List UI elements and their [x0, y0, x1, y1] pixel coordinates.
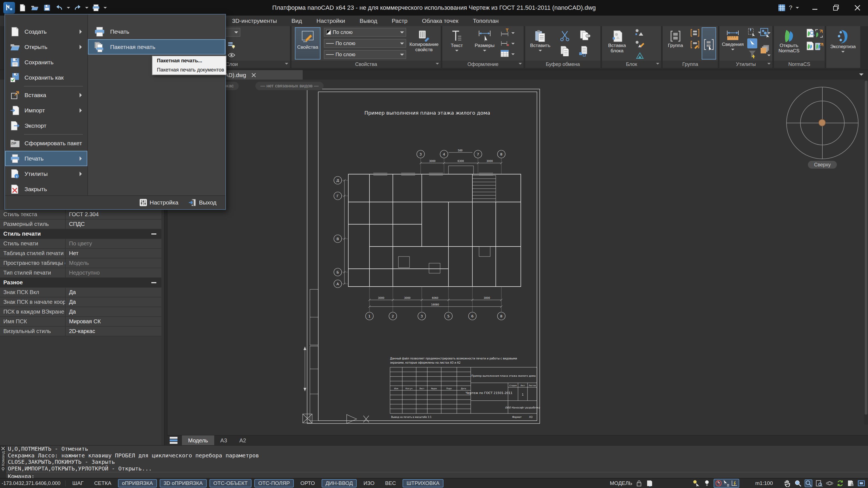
locator-center-dot[interactable] [818, 119, 826, 126]
submenu-item-batch-print[interactable]: Пакетная печать [88, 39, 225, 55]
select-cursor-icon[interactable] [747, 38, 757, 49]
property-value[interactable]: Мировая СК [66, 318, 161, 325]
quick-dim-caret-icon[interactable] [512, 32, 515, 36]
property-row[interactable]: Стиль печати По цвету [0, 239, 161, 249]
property-row[interactable]: Стиль текста ГОСТ 2.304 [0, 210, 161, 219]
measure-button[interactable]: Сведения [720, 27, 745, 60]
group-button[interactable]: Группа [664, 27, 687, 60]
dimension-style-icon[interactable] [500, 38, 509, 47]
property-value[interactable]: 2D-каркас [66, 328, 161, 334]
lamp-icon[interactable] [703, 479, 711, 487]
property-row[interactable]: Имя ПСК Мировая СК [0, 317, 161, 327]
property-row[interactable]: Визуальный стиль 2D-каркас [0, 327, 161, 336]
cut-scissors-icon[interactable] [559, 30, 571, 42]
property-value[interactable]: Недоступно [66, 270, 161, 276]
menu-item-open[interactable]: Открыть [5, 39, 87, 55]
lineweight-bylayer-dropdown[interactable]: По слою [324, 50, 406, 59]
dynamic-ucs-icon[interactable] [730, 479, 738, 487]
close-icon[interactable] [1, 447, 5, 450]
qat-customize-caret-icon[interactable] [103, 7, 107, 10]
restore-button[interactable] [826, 0, 847, 16]
canvas-vertical-scrollbar[interactable] [864, 80, 868, 425]
ucs-lock-icon[interactable] [635, 479, 643, 487]
open-normacs-button[interactable]: Открыть NormaCS [775, 27, 803, 60]
sheet-tab-model[interactable]: Модель [182, 435, 214, 446]
layer-eye-icon[interactable] [227, 51, 236, 60]
property-value[interactable]: По цвету [66, 240, 161, 247]
text-button[interactable]: Текст [444, 27, 469, 60]
pan-hand-icon[interactable] [783, 479, 791, 487]
group-edit-icon[interactable] [689, 39, 701, 50]
block-compass-icon[interactable] [634, 51, 645, 60]
property-value[interactable]: СПДС [66, 221, 161, 227]
property-row[interactable]: Размерный стиль СПДС [0, 219, 161, 229]
menu-item-etransmit[interactable]: ZIP Сформировать пакет [5, 135, 87, 151]
insert-block-button[interactable]: Вставка блока [604, 27, 630, 60]
property-row[interactable]: Разное [0, 278, 161, 288]
menu-item-close[interactable]: Закрыть [5, 181, 87, 197]
sheet-list-icon[interactable] [170, 437, 178, 444]
collapse-icon[interactable] [151, 282, 156, 283]
match-properties-button[interactable]: Копирование свойств [408, 27, 440, 60]
table-icon[interactable] [500, 49, 509, 58]
zoom-document-icon[interactable] [815, 479, 823, 487]
help-button[interactable]: ? [789, 4, 792, 11]
table-tools-icon[interactable] [778, 4, 786, 12]
new-document-button[interactable] [18, 3, 27, 12]
dimensions-button[interactable]: Размеры [471, 27, 498, 60]
submenu-item-print[interactable]: Печать [88, 24, 225, 39]
help-dropdown-caret-icon[interactable] [796, 7, 799, 10]
property-row[interactable]: Знак ПСК Вкл Да [0, 288, 161, 298]
status-toggle[interactable]: ОТС-ОБЪЕКТ [210, 479, 251, 487]
tab-list-caret-icon[interactable] [859, 73, 864, 78]
tab-close-icon[interactable] [252, 73, 256, 77]
linked-views-pill[interactable]: — нет связанных видов — [255, 82, 323, 90]
color-bylayer-dropdown[interactable]: По слою [324, 28, 406, 37]
pin-icon[interactable] [1, 467, 5, 471]
menu-item-print[interactable]: Печать [5, 151, 87, 166]
status-toggle[interactable]: ШТРИХОВКА [403, 479, 443, 487]
normacs-search-doc-icon[interactable] [805, 28, 815, 39]
open-document-button[interactable] [30, 3, 39, 12]
sheet-switch-icon[interactable] [646, 479, 653, 487]
menu-item-save-as[interactable]: Сохранить как [5, 70, 87, 85]
quick-dimension-icon[interactable] [500, 28, 509, 37]
sheet-lock-icon[interactable] [847, 479, 855, 487]
view-locator-wheel[interactable] [786, 87, 859, 159]
move-selection-icon[interactable] [747, 27, 757, 37]
status-toggle[interactable]: ИЗО [360, 479, 378, 487]
panel-caret-icon[interactable] [767, 63, 771, 66]
property-row[interactable]: Стиль печати [0, 229, 161, 239]
flyout-item-batch-print[interactable]: Пакетная печать... [152, 56, 226, 65]
flyout-item-batch-print-documents[interactable]: Пакетная печать документов [152, 65, 226, 74]
paste-button[interactable]: Вставить [527, 27, 553, 60]
quick-select-icon[interactable] [747, 50, 757, 60]
zoom-icon[interactable] [794, 479, 802, 487]
selection-highlight-icon[interactable] [692, 479, 700, 487]
status-toggle[interactable]: ШАГ [68, 479, 87, 487]
panel-caret-icon[interactable] [285, 63, 288, 66]
property-value[interactable]: ГОСТ 2.304 [66, 211, 161, 218]
ribbon-tab[interactable]: Топоплан [466, 16, 506, 26]
menu-exit-button[interactable]: Выход [188, 199, 216, 207]
menu-item-utilities[interactable]: Утилиты [5, 166, 87, 181]
menu-settings-button[interactable]: Настройка [140, 199, 178, 206]
table-caret-icon[interactable] [512, 54, 515, 57]
draw-order-caret-icon[interactable] [767, 55, 771, 58]
app-logo-menu-button[interactable] [3, 2, 15, 13]
copy-icon[interactable] [559, 45, 571, 57]
scrollbar-thumb[interactable] [865, 81, 867, 415]
fullscreen-icon[interactable] [858, 479, 865, 487]
menu-item-create[interactable]: Создать [5, 24, 87, 39]
drawing-canvas[interactable]: 2D-каркас — нет связанных видов — Пример… [167, 80, 868, 435]
linetype-bylayer-dropdown[interactable]: По слою [324, 39, 406, 48]
property-value[interactable]: Нет [66, 250, 161, 256]
sheet-tab-a2[interactable]: А2 [233, 435, 252, 446]
property-row[interactable]: Тип стилей печати Недоступно [0, 268, 161, 278]
redo-dropdown-caret-icon[interactable] [85, 7, 89, 10]
group-select-button[interactable] [702, 27, 716, 60]
dim-style-caret-icon[interactable] [512, 43, 515, 46]
menu-item-save[interactable]: Сохранить [5, 55, 87, 70]
property-value[interactable]: Да [66, 289, 161, 296]
status-toggle[interactable]: ОРТО [297, 479, 319, 487]
